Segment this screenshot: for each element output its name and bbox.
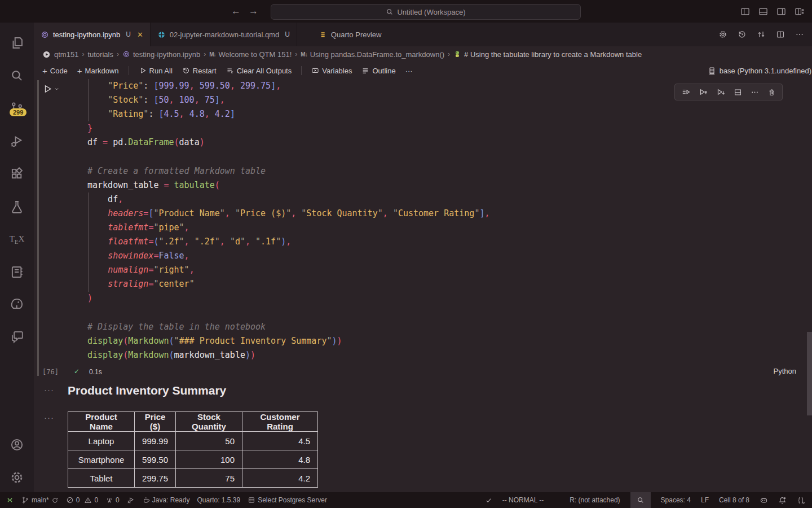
delete-cell-icon[interactable] — [767, 88, 776, 97]
cell-status-bar: [76] ✓ 0.1s Python — [34, 366, 812, 379]
manage-settings-icon[interactable] — [0, 464, 34, 491]
breadcrumb-code-cell[interactable]: # Using the tabulate library to create a… — [453, 50, 642, 59]
task-check-status[interactable] — [485, 497, 492, 504]
cell-position-status[interactable]: Cell 8 of 8 — [719, 496, 749, 504]
tab-label: testing-ipython.ipynb — [53, 30, 120, 39]
table-cell: Tablet — [68, 469, 135, 488]
execute-above-icon[interactable] — [699, 87, 708, 97]
navigate-back-icon[interactable]: ← — [231, 6, 241, 17]
outline-button[interactable]: Outline — [361, 67, 395, 75]
breadcrumb-markdown-section[interactable]: M↓ Using pandas.DataFrame.to_markdown() — [301, 50, 444, 59]
settings-gear-icon[interactable] — [718, 30, 727, 39]
split-editor-icon[interactable] — [776, 30, 785, 39]
source-control-icon[interactable]: 299 — [0, 95, 34, 122]
table-cell: 100 — [176, 450, 242, 469]
command-center[interactable]: Untitled (Workspace) — [271, 4, 581, 20]
toggle-panel-icon[interactable] — [758, 7, 768, 16]
branch-icon — [21, 496, 29, 504]
comments-icon[interactable] — [0, 323, 34, 350]
table-header-cell: Product Name — [68, 412, 135, 432]
notebook-file-icon — [41, 30, 49, 39]
problems-status[interactable]: 0 0 — [66, 496, 98, 504]
r-session-status[interactable]: R: (not attached) — [570, 496, 620, 504]
extensions-icon[interactable] — [0, 160, 34, 187]
toolbar-more-button[interactable]: ··· — [405, 67, 413, 75]
run-cell-button[interactable] — [42, 84, 60, 94]
code-line: tablefmt="pipe", — [87, 221, 489, 235]
cell-focus-bar — [37, 80, 39, 376]
breadcrumb-file[interactable]: testing-ipython.ipynb — [122, 50, 200, 59]
git-branch-status[interactable]: main* — [21, 496, 59, 504]
code-line: floatfmt=(".2f", ".2f", "d", ".1f"), — [87, 235, 489, 249]
search-view-icon[interactable] — [0, 62, 34, 89]
cell-language[interactable]: Python — [774, 367, 796, 375]
debug-status[interactable] — [127, 496, 135, 504]
search-highlight-status[interactable] — [630, 492, 651, 508]
accounts-icon[interactable] — [0, 431, 34, 458]
clear-all-outputs-button[interactable]: Clear All Outputs — [226, 67, 292, 75]
execute-below-icon[interactable] — [716, 87, 725, 97]
split-cell-icon[interactable] — [734, 88, 742, 97]
breadcrumb-markdown-section[interactable]: M↓ Welcome to QTM 151! — [209, 50, 292, 59]
toolbar-divider — [129, 66, 129, 75]
execute-cells-icon[interactable] — [681, 87, 690, 97]
testing-icon[interactable] — [0, 193, 34, 220]
braces-status-icon[interactable] — [797, 496, 805, 505]
variables-button[interactable]: Variables — [311, 67, 352, 75]
explorer-icon[interactable] — [0, 29, 34, 56]
output-menu-icon[interactable]: ··· — [44, 415, 54, 421]
java-status[interactable]: Java: Ready — [142, 496, 190, 504]
navigate-forward-icon[interactable]: → — [249, 6, 258, 17]
quarto-version[interactable]: Quarto: 1.5.39 — [197, 496, 240, 504]
close-tab-icon[interactable]: ✕ — [137, 30, 143, 39]
eol-status[interactable]: LF — [701, 496, 709, 504]
table-row: Laptop999.99504.5 — [68, 432, 318, 450]
more-actions-icon[interactable] — [795, 30, 804, 39]
notifications-bell-icon[interactable] — [778, 496, 787, 505]
warning-icon — [84, 496, 92, 504]
scrollbar-thumb[interactable] — [807, 332, 812, 415]
tab-jupyter-markdown-tutorial[interactable]: 02-jupyter-markdown-tutorial.qmd U — [151, 23, 297, 46]
postgres-server-picker[interactable]: Select Postgres Server — [248, 496, 327, 504]
toggle-primary-sidebar-icon[interactable] — [740, 7, 750, 16]
tab-testing-ipython[interactable]: testing-ipython.ipynb U ✕ — [34, 23, 151, 46]
timeline-history-icon[interactable] — [738, 30, 747, 39]
breadcrumb-folder[interactable]: tutorials — [87, 50, 113, 59]
markdown-heading-icon: M↓ — [301, 51, 307, 58]
table-row: Smartphone599.501004.8 — [68, 450, 318, 469]
remote-indicator[interactable] — [6, 496, 14, 505]
chevron-down-icon — [54, 86, 60, 92]
table-cell: 4.2 — [242, 469, 318, 488]
code-line: numalign="right", — [87, 263, 489, 277]
compare-changes-icon[interactable] — [757, 30, 766, 39]
kernel-picker[interactable]: base (Python 3.1.undefined) — [708, 62, 811, 79]
notebook-view-icon[interactable] — [0, 259, 34, 286]
run-debug-icon[interactable] — [0, 128, 34, 155]
code-line: stralign="center" — [87, 277, 489, 291]
ports-status[interactable]: 0 — [105, 496, 120, 504]
toggle-secondary-sidebar-icon[interactable] — [776, 7, 786, 16]
copilot-icon[interactable] — [760, 496, 768, 505]
plus-icon: + — [42, 66, 47, 76]
output-menu-icon[interactable]: ··· — [44, 387, 54, 393]
run-all-button[interactable]: Run All — [139, 67, 173, 75]
indentation-status[interactable]: Spaces: 4 — [661, 496, 691, 504]
breadcrumb-folder[interactable]: qtm151 — [54, 50, 78, 59]
customize-layout-icon[interactable] — [795, 7, 804, 16]
vim-mode-indicator[interactable]: -- NORMAL -- — [502, 496, 544, 504]
table-cell: 4.5 — [242, 432, 318, 450]
tab-quarto-preview[interactable]: Quarto Preview — [312, 23, 389, 46]
execution-success-icon: ✓ — [74, 367, 80, 375]
postgres-icon[interactable] — [0, 290, 34, 317]
code-cell[interactable]: "Price": [999.99, 599.50, 299.75], "Stoc… — [87, 79, 489, 362]
table-header-row: Product NamePrice ($)Stock QuantityCusto… — [68, 412, 318, 432]
add-markdown-cell-button[interactable]: +Markdown — [77, 66, 119, 76]
latex-workshop-icon[interactable]: TEX — [0, 226, 34, 253]
toolbar-divider — [301, 66, 302, 75]
table-cell: 50 — [176, 432, 242, 450]
cell-more-actions-icon[interactable] — [751, 88, 759, 97]
restart-kernel-button[interactable]: Restart — [182, 67, 217, 75]
notebook-run-state-icon[interactable] — [42, 50, 51, 59]
clear-outputs-icon — [226, 67, 234, 75]
add-code-cell-button[interactable]: +Code — [42, 66, 68, 76]
